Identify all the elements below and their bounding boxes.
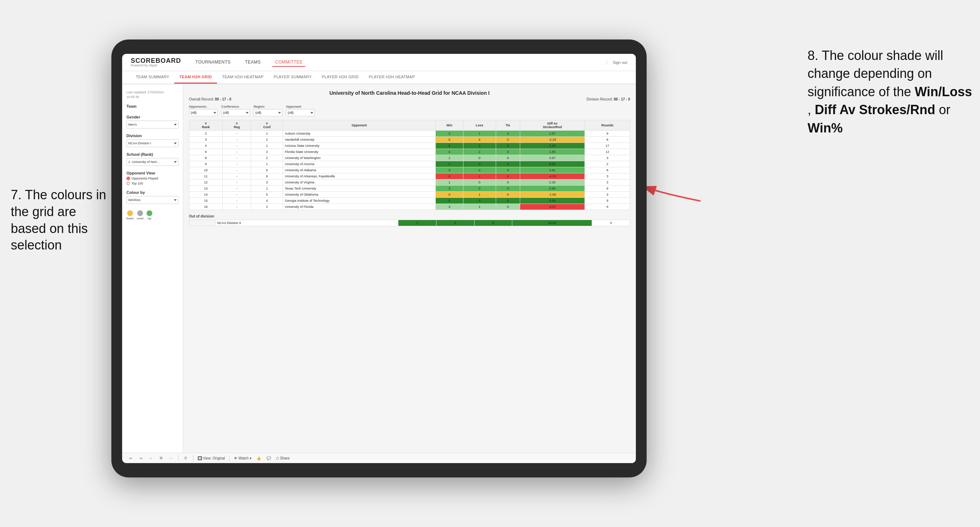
- nav-committee[interactable]: COMMITTEE: [272, 58, 306, 67]
- table-row: 6-2Florida State University4201.8312: [189, 149, 630, 155]
- legend: Down Level Up: [126, 210, 178, 220]
- opponents-filter: Opponents: (All): [189, 105, 218, 116]
- out-div-name: [189, 220, 216, 226]
- annotation-left-text: The colours in the grid are based on thi…: [11, 187, 107, 252]
- table-cell: 1: [463, 143, 496, 149]
- share-label[interactable]: ⬡ Share: [276, 456, 290, 460]
- left-panel: Last Updated: 27/03/2024 16:55:38 Team G…: [122, 84, 183, 453]
- legend-dot-up: [146, 210, 152, 216]
- table-row: 13-1Texas Tech University3005.569: [189, 186, 630, 192]
- opponents-select[interactable]: (All): [189, 109, 218, 116]
- out-div-tie: 0: [474, 220, 512, 226]
- out-div-division: NCAA Division II: [215, 220, 398, 226]
- annotation-left-number: 7.: [11, 187, 22, 202]
- table-cell: 0: [435, 137, 463, 143]
- table-cell: -4.33: [520, 173, 585, 179]
- division-select[interactable]: NCAA Division I: [126, 139, 178, 147]
- table-cell: 1: [463, 131, 496, 137]
- table-cell: 0: [435, 173, 463, 179]
- region-filter: Region (All): [254, 105, 282, 116]
- opponent-select[interactable]: (All): [286, 109, 315, 116]
- prev-icon[interactable]: ‹: [148, 455, 154, 461]
- tab-player-h2h-grid[interactable]: PLAYER H2H GRID: [317, 71, 364, 84]
- table-cell: -: [223, 204, 251, 210]
- out-division-row: NCAA Division II 1 0 0 26.00 3: [189, 220, 630, 226]
- comment-icon[interactable]: 💬: [266, 455, 272, 461]
- nav-tournaments[interactable]: TOURNAMENTS: [192, 58, 234, 67]
- table-cell: 0: [463, 198, 496, 204]
- table-cell: 0: [496, 192, 520, 198]
- school-select[interactable]: 1. University of Nort...: [126, 158, 178, 166]
- annotation-left: 7. The colours in the grid are based on …: [11, 187, 111, 254]
- table-cell: 9: [585, 198, 630, 204]
- table-cell: 1.83: [520, 149, 585, 155]
- table-cell: 0: [496, 204, 520, 210]
- more-icon[interactable]: ⋯: [168, 455, 174, 461]
- nav-teams[interactable]: TEAMS: [242, 58, 264, 67]
- table-cell: -: [223, 149, 251, 155]
- tab-team-h2h-grid[interactable]: TEAM H2H GRID: [174, 71, 217, 84]
- table-cell: 12: [189, 179, 223, 186]
- radio-dot-checked: [126, 177, 130, 180]
- toolbar-divider-2: [193, 455, 193, 461]
- colour-by-label: Colour by: [126, 190, 178, 195]
- table-cell: Auburn University: [283, 131, 436, 137]
- watch-label[interactable]: 👁 Watch ▾: [234, 456, 251, 460]
- table-cell: 1: [435, 155, 463, 161]
- annotation-text3: or: [939, 102, 950, 117]
- colour-by-select[interactable]: Win/loss: [126, 196, 178, 204]
- last-updated-time: 16:55:38: [126, 95, 178, 100]
- colour-by-section: Colour by Win/loss: [126, 190, 178, 204]
- tab-player-h2h-heatmap[interactable]: PLAYER H2H HEATMAP: [364, 71, 420, 84]
- sub-nav: TEAM SUMMARY TEAM H2H GRID TEAM H2H HEAT…: [122, 71, 636, 84]
- table-cell: -: [223, 192, 251, 198]
- nav-links: TOURNAMENTS TEAMS COMMITTEE: [192, 58, 595, 67]
- table-cell: 9: [585, 131, 630, 137]
- table-cell: 6: [189, 149, 223, 155]
- region-select[interactable]: (All): [254, 109, 282, 116]
- grid-content: University of North Carolina Head-to-Hea…: [183, 84, 636, 453]
- gender-label: Gender: [126, 115, 178, 119]
- table-cell: 17: [585, 143, 630, 149]
- table-row: 14-5University of Oklahoma010-1.003: [189, 192, 630, 198]
- radio-group: Opponents Played Top 100: [126, 177, 178, 185]
- tab-team-h2h-heatmap[interactable]: TEAM H2H HEATMAP: [217, 71, 269, 84]
- table-cell: 9: [189, 161, 223, 167]
- table-cell: 8: [585, 167, 630, 173]
- thumbs-icon[interactable]: 👍: [256, 455, 261, 461]
- annotation-bold3: Win%: [808, 121, 843, 135]
- opponent-label: Opponent: [286, 105, 315, 108]
- gender-select[interactable]: Men's: [126, 121, 178, 129]
- table-cell: 2: [189, 131, 223, 137]
- table-cell: Georgia Institute of Technology: [283, 198, 436, 204]
- redo-icon[interactable]: ↪: [138, 455, 144, 461]
- out-div-diff: 26.00: [512, 220, 592, 226]
- tab-player-summary[interactable]: PLAYER SUMMARY: [269, 71, 317, 84]
- toolbar-divider-1: [178, 455, 178, 461]
- table-cell: 11: [189, 173, 223, 179]
- table-cell: 0: [496, 149, 520, 155]
- table-row: 4-1Arizona State University5102.2817: [189, 143, 630, 149]
- table-cell: 1: [435, 161, 463, 167]
- radio-top100[interactable]: Top 100: [126, 182, 178, 185]
- radio-opponents-played[interactable]: Opponents Played: [126, 177, 178, 180]
- table-cell: 0: [435, 192, 463, 198]
- sign-out-button[interactable]: Sign out: [607, 60, 627, 65]
- table-cell: 2: [251, 137, 283, 143]
- table-cell: 3: [435, 186, 463, 192]
- table-cell: 5: [435, 143, 463, 149]
- table-cell: -: [223, 198, 251, 204]
- table-cell: -1.00: [520, 192, 585, 198]
- table-header-row: #Rank #Reg #Conf Opponent Win Loss Tie D…: [189, 120, 630, 131]
- tab-team-summary[interactable]: TEAM SUMMARY: [131, 71, 174, 84]
- legend-dot-down: [127, 210, 133, 216]
- undo-icon[interactable]: ↩: [128, 455, 134, 461]
- conference-label: Conference: [221, 105, 250, 108]
- conference-select[interactable]: (All): [221, 109, 250, 116]
- opponents-label: Opponents:: [189, 105, 218, 108]
- last-updated-text: Last Updated: 27/03/2024: [126, 90, 178, 95]
- last-updated: Last Updated: 27/03/2024 16:55:38: [126, 90, 178, 99]
- table-cell: Arizona State University: [283, 143, 436, 149]
- clock-icon[interactable]: ⏱: [183, 455, 189, 461]
- copy-icon[interactable]: ⧉: [158, 455, 164, 461]
